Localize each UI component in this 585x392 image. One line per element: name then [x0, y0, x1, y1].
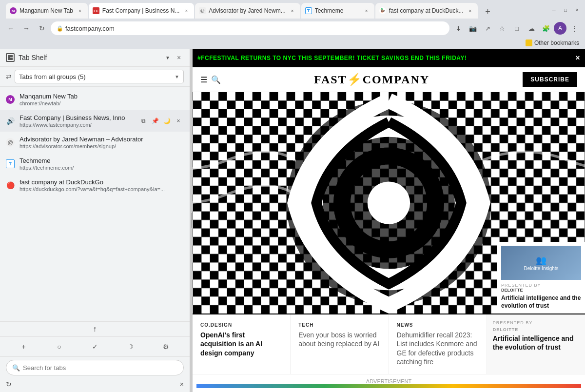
search-input[interactable] [23, 364, 177, 372]
shelf-close-button[interactable]: × [174, 53, 184, 62]
svg-rect-1 [10, 55, 13, 57]
back-button[interactable]: ← [4, 21, 18, 35]
reload-button[interactable]: ↻ [35, 21, 49, 35]
tab-title-2: Fast Company | Business News, Inno [20, 114, 133, 121]
download-icon[interactable]: ⬇ [451, 21, 465, 35]
tab-favicon-1: M [6, 95, 15, 104]
tab3-close[interactable]: × [289, 7, 296, 15]
url-bar[interactable]: 🔒 fastcompany.com [51, 21, 449, 35]
menu-icon[interactable]: ⋮ [567, 21, 581, 35]
browser-frame: M Manganum New Tab × FC Fast Company | B… [0, 0, 585, 392]
star-icon[interactable]: ☆ [495, 21, 509, 35]
tab-url-1: chrome://newtab/ [20, 100, 184, 106]
tab5-close[interactable]: × [466, 7, 474, 15]
tab4-title: Techmeme [315, 7, 360, 14]
article-card-3[interactable]: NEWS Dehumidifier recall 2023: List incl… [389, 314, 487, 374]
tab4-favicon: T [305, 7, 312, 14]
close-tab-button[interactable]: × [173, 116, 184, 126]
tab-url-3: https://advisorator.com/members/signup/ [20, 143, 184, 149]
share-icon[interactable]: ↗ [481, 21, 494, 35]
settings-button[interactable]: ⚙ [159, 340, 173, 353]
article-title-4: Artificial intelligence and the evolutio… [493, 334, 579, 352]
group-dropdown[interactable]: Tabs from all groups (5) ▼ [15, 70, 184, 83]
moon-button[interactable]: ☽ [124, 340, 137, 353]
sleep-tab-button[interactable]: 🌙 [161, 116, 172, 126]
shelf-scroll-up[interactable]: ↑ [0, 322, 190, 337]
browser-tab-3[interactable]: @ Advisorator by Jared Newm... × [195, 3, 300, 19]
article-section-1: CO.DESIGN [200, 322, 282, 328]
other-bookmarks[interactable]: Other bookmarks [524, 39, 581, 47]
swap-icon[interactable]: ⇄ [6, 73, 12, 80]
tab-list: M Manqanum New Tab chrome://newtab/ 🔊 Fa… [0, 87, 190, 321]
tab5-favicon: 🦆 [379, 7, 386, 14]
shelf-toolbar: + ○ ✓ ☽ ⚙ [0, 337, 190, 357]
group-selector: ⇄ Tabs from all groups (5) ▼ [0, 67, 190, 87]
advertisement-label: ADVERTISEMENT [196, 378, 581, 384]
list-item[interactable]: 🔊 Fast Company | Business News, Inno htt… [0, 110, 190, 132]
maximize-button[interactable]: □ [562, 6, 569, 14]
camera-icon[interactable]: 📷 [466, 21, 480, 35]
advertisement-bar: ADVERTISEMENT [193, 374, 585, 392]
tab1-close[interactable]: × [76, 7, 84, 15]
list-item[interactable]: 🔴 fast company at DuckDuckGo https://duc… [0, 175, 190, 196]
new-tab-button[interactable]: + [481, 5, 494, 19]
profile-avatar[interactable]: A [554, 22, 566, 35]
hamburger-icon[interactable]: ☰ [200, 75, 207, 84]
browser-tab-1[interactable]: M Manganum New Tab × [6, 3, 88, 19]
tab-info-5: fast company at DuckDuckGo https://duckd… [20, 178, 184, 192]
tab-favicon-2: 🔊 [6, 117, 15, 125]
puzzle-icon[interactable]: 🧩 [539, 21, 553, 35]
subscribe-button[interactable]: SUBSCRIBE [523, 72, 577, 87]
deloitte-brand: DELOITTE [501, 288, 581, 293]
list-item[interactable]: T Techmeme https://techmeme.com/ [0, 153, 190, 175]
clear-button[interactable]: × [180, 380, 184, 388]
search-nav-icon[interactable]: 🔍 [211, 75, 221, 84]
pin-tab-button[interactable]: 📌 [150, 116, 160, 126]
list-item[interactable]: @ Advisorator by Jared Newman – Advisora… [0, 132, 190, 153]
articles-grid: CO.DESIGN OpenAI's first acquisition is … [193, 314, 585, 374]
list-item[interactable]: M Manqanum New Tab chrome://newtab/ [0, 89, 190, 110]
article-card-2[interactable]: TECH Even your boss is worried about bei… [291, 314, 389, 374]
forward-button[interactable]: → [20, 21, 33, 35]
window-controls: ─ □ × [550, 6, 581, 14]
article-title-1: OpenAI's first acquisition is an AI desi… [200, 331, 282, 357]
tab2-close[interactable]: × [182, 7, 190, 15]
extension1-icon[interactable]: □ [510, 21, 524, 35]
shelf-panel-icon [6, 53, 15, 62]
fc-hero-image: 👥 Deloitte Insights PRESENTED BY DELOITT… [193, 92, 585, 314]
search-bar[interactable]: 🔍 [6, 360, 184, 375]
article-card-1[interactable]: CO.DESIGN OpenAI's first acquisition is … [193, 314, 291, 374]
circle-button[interactable]: ○ [53, 340, 66, 353]
deloitte-overlay: 👥 Deloitte Insights PRESENTED BY DELOITT… [497, 242, 585, 314]
refresh-button[interactable]: ↻ [6, 380, 12, 388]
shelf-dropdown-icon[interactable]: ▼ [165, 55, 170, 60]
search-icon: 🔍 [12, 364, 20, 372]
article-card-4[interactable]: PRESENTED BY DELOITTE Artificial intelli… [487, 314, 585, 374]
browser-tab-5[interactable]: 🦆 fast company at DuckDuck... × [375, 3, 478, 19]
tab5-title: fast company at DuckDuck... [389, 7, 464, 14]
other-bookmarks-label: Other bookmarks [534, 39, 579, 46]
fc-logo: FAST⚡COMPANY [227, 73, 517, 86]
close-window-button[interactable]: × [573, 6, 581, 14]
minimize-button[interactable]: ─ [550, 6, 558, 14]
extension2-icon[interactable]: ☁ [525, 21, 538, 35]
tab-favicon-3: @ [6, 138, 15, 147]
presented-by-text: PRESENTED BY [493, 320, 579, 325]
svg-rect-0 [8, 55, 10, 60]
up-arrow-icon: ↑ [93, 325, 97, 333]
copy-tab-button[interactable]: ⧉ [138, 116, 149, 126]
svg-point-11 [368, 181, 410, 224]
browser-tab-2[interactable]: FC Fast Company | Business N... × [89, 3, 195, 19]
announcement-close-button[interactable]: × [575, 54, 580, 62]
tab-info-2: Fast Company | Business News, Inno https… [20, 114, 133, 128]
toolbar-actions: ⬇ 📷 ↗ ☆ □ ☁ 🧩 A ⋮ [451, 21, 581, 35]
article-title-2: Even your boss is worried about being re… [298, 331, 380, 348]
bookmarks-bar: Other bookmarks [0, 37, 585, 49]
ad-banner [196, 384, 581, 388]
article-section-2: TECH [298, 322, 380, 328]
check-button[interactable]: ✓ [88, 340, 102, 353]
tab4-close[interactable]: × [363, 7, 370, 15]
browser-tab-4[interactable]: T Techmeme × [301, 3, 374, 19]
article-title-3: Dehumidifier recall 2023: List includes … [397, 331, 479, 366]
add-tab-button[interactable]: + [17, 340, 31, 353]
